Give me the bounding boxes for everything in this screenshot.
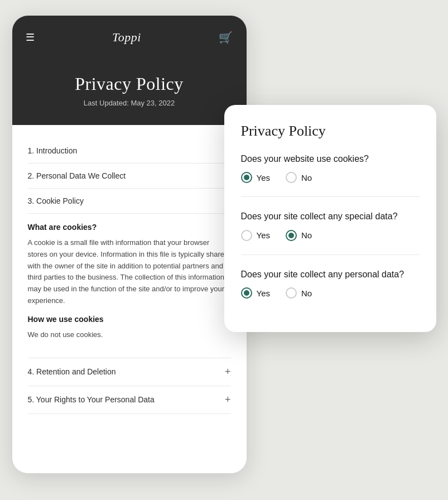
question-text-2: Does your site collect any special data? bbox=[241, 210, 420, 223]
section-heading-2: How we use cookies bbox=[28, 315, 231, 324]
cart-icon[interactable]: 🛒 bbox=[219, 31, 233, 44]
radio-no-2[interactable]: No bbox=[286, 230, 312, 241]
question-3: Does your site collect any personal data… bbox=[241, 268, 420, 299]
question-1: Does your website use cookies? Yes No bbox=[241, 153, 420, 183]
radio-label-yes-1: Yes bbox=[257, 173, 270, 182]
section-body-1: A cookie is a small file with informatio… bbox=[28, 237, 231, 307]
app-header: ☰ Toppi 🛒 bbox=[12, 16, 247, 60]
toc-item-4[interactable]: 4. Retention and Deletion + bbox=[28, 358, 231, 386]
radio-label-no-3: No bbox=[301, 289, 312, 298]
overlay-card: Privacy Policy Does your website use coo… bbox=[224, 105, 436, 332]
toc-label-4: 4. Retention and Deletion bbox=[28, 367, 116, 376]
toc-item-1[interactable]: 1. Introduction bbox=[28, 138, 231, 164]
radio-circle-no-2 bbox=[286, 230, 297, 241]
radio-circle-yes-3 bbox=[241, 287, 252, 299]
page-title: Privacy Policy bbox=[23, 74, 235, 94]
toc-item-2[interactable]: 2. Personal Data We Collect bbox=[28, 164, 231, 189]
radio-no-1[interactable]: No bbox=[286, 172, 312, 183]
question-2: Does your site collect any special data?… bbox=[241, 210, 420, 241]
radio-group-3: Yes No bbox=[241, 287, 420, 299]
app-hero: Privacy Policy Last Updated: May 23, 202… bbox=[12, 60, 247, 125]
radio-yes-3[interactable]: Yes bbox=[241, 287, 270, 299]
radio-yes-2[interactable]: Yes bbox=[241, 230, 270, 241]
section-heading-1: What are cookies? bbox=[28, 223, 231, 232]
toc-item-5[interactable]: 5. Your Rights to Your Personal Data + bbox=[28, 386, 231, 414]
radio-yes-1[interactable]: Yes bbox=[241, 172, 270, 183]
toc-label-1: 1. Introduction bbox=[28, 146, 78, 155]
question-text-3: Does your site collect any personal data… bbox=[241, 268, 420, 281]
radio-circle-yes-2 bbox=[241, 230, 252, 241]
radio-label-yes-2: Yes bbox=[257, 230, 270, 240]
radio-label-yes-3: Yes bbox=[257, 289, 270, 298]
radio-group-1: Yes No bbox=[241, 172, 420, 183]
expand-icon-5: + bbox=[225, 394, 231, 406]
radio-no-3[interactable]: No bbox=[286, 287, 312, 299]
brand-name: Toppi bbox=[112, 30, 141, 45]
last-updated: Last Updated: May 23, 2022 bbox=[23, 99, 235, 107]
radio-circle-no-3 bbox=[286, 287, 297, 299]
divider-2 bbox=[241, 254, 420, 255]
toc-label-5: 5. Your Rights to Your Personal Data bbox=[28, 395, 155, 404]
radio-label-no-2: No bbox=[301, 230, 312, 240]
cookie-section: What are cookies? A cookie is a small fi… bbox=[28, 214, 231, 358]
radio-circle-yes-1 bbox=[241, 172, 252, 183]
expand-icon-4: + bbox=[225, 366, 231, 378]
hamburger-icon[interactable]: ☰ bbox=[26, 32, 35, 42]
toc-item-3[interactable]: 3. Cookie Policy bbox=[28, 189, 231, 214]
toc-label-3: 3. Cookie Policy bbox=[28, 196, 84, 205]
divider-1 bbox=[241, 196, 420, 197]
question-text-1: Does your website use cookies? bbox=[241, 153, 420, 165]
radio-group-2: Yes No bbox=[241, 230, 420, 241]
scene: ☰ Toppi 🛒 Privacy Policy Last Updated: M… bbox=[12, 16, 436, 484]
section-body-2: We do not use cookies. bbox=[28, 329, 231, 341]
app-content: 1. Introduction 2. Personal Data We Coll… bbox=[12, 125, 247, 473]
app-card: ☰ Toppi 🛒 Privacy Policy Last Updated: M… bbox=[12, 16, 247, 473]
overlay-title: Privacy Policy bbox=[241, 123, 420, 140]
radio-label-no-1: No bbox=[301, 173, 312, 182]
toc-label-2: 2. Personal Data We Collect bbox=[28, 171, 126, 180]
radio-circle-no-1 bbox=[286, 172, 297, 183]
